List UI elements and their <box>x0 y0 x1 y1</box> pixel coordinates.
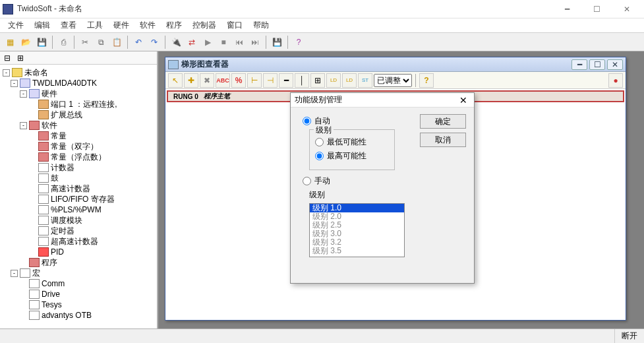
expander-icon[interactable]: - <box>20 122 27 129</box>
help-icon[interactable]: ? <box>291 35 306 49</box>
tree-bus[interactable]: 扩展总线 <box>51 109 82 121</box>
tree-device[interactable]: TWDLMDA40DTK <box>32 78 97 88</box>
tool-ld1-icon[interactable]: LD <box>326 73 341 88</box>
dialog-title: 功能级别管理 <box>295 94 457 106</box>
inner-minimize-button[interactable]: ━ <box>571 59 587 70</box>
cancel-button[interactable]: 取消 <box>420 133 466 147</box>
tree-macro-item[interactable]: Tesys <box>42 300 62 309</box>
tool-cursor-icon[interactable]: ↖ <box>168 73 183 88</box>
maximize-button[interactable]: ☐ <box>582 0 612 18</box>
tool-insert-icon[interactable]: ✚ <box>184 73 198 88</box>
save-icon[interactable]: 💾 <box>34 35 49 49</box>
hardware-icon <box>29 89 40 98</box>
tool-line-icon[interactable]: ━ <box>279 73 293 88</box>
fifo-icon <box>38 195 49 204</box>
tool-vert-icon[interactable]: │ <box>295 73 309 88</box>
undo-icon[interactable]: ↶ <box>131 35 146 49</box>
expand-all-icon[interactable]: ⊞ <box>15 53 26 63</box>
menu-program[interactable]: 程序 <box>161 18 187 32</box>
expander-icon[interactable]: - <box>11 270 18 277</box>
run-icon[interactable]: ▶ <box>200 35 215 49</box>
tree-sw-item[interactable]: 定时器 <box>51 226 74 237</box>
menu-tools[interactable]: 工具 <box>82 18 108 32</box>
print-icon[interactable]: ⎙ <box>56 35 71 49</box>
tree-sw-item[interactable]: PID <box>51 247 64 257</box>
menu-controller[interactable]: 控制器 <box>187 18 221 32</box>
radio-low[interactable]: 最低可能性 <box>315 137 389 148</box>
menu-window[interactable]: 窗口 <box>221 18 248 32</box>
tool-record-icon[interactable]: ● <box>608 73 623 88</box>
save2-icon[interactable]: 💾 <box>270 35 284 49</box>
tool-ld2-icon[interactable]: LD <box>342 73 357 88</box>
radio-low-input[interactable] <box>315 138 324 146</box>
redo-icon[interactable]: ↷ <box>147 35 161 49</box>
close-button[interactable]: ✕ <box>612 0 641 18</box>
expander-icon[interactable]: - <box>11 80 18 87</box>
tree-sw-item[interactable]: %PLS/%PWM <box>51 205 102 214</box>
tree-sw-item[interactable]: 常量（双字） <box>51 141 98 152</box>
tree-macros[interactable]: 宏 <box>32 268 40 279</box>
open-icon[interactable]: 📂 <box>18 35 33 49</box>
viewer-title: 梯形图查看器 <box>181 59 570 70</box>
menu-software[interactable]: 软件 <box>134 18 161 32</box>
menu-view[interactable]: 查看 <box>55 18 82 32</box>
tool-coil-icon[interactable]: ⊣ <box>263 73 278 88</box>
inner-close-button[interactable]: ✕ <box>607 59 623 70</box>
tree-sw-item[interactable]: 高速计数器 <box>51 183 90 195</box>
project-tree[interactable]: -未命名 -TWDLMDA40DTK -硬件 端口 1 ：远程连接, 扩展总线 … <box>0 65 157 328</box>
menu-edit[interactable]: 编辑 <box>29 18 55 32</box>
cut-icon[interactable]: ✂ <box>78 35 92 49</box>
tree-macro-item[interactable]: advantys OTB <box>42 311 92 320</box>
tool-help-icon[interactable]: ? <box>419 73 434 88</box>
paste-icon[interactable]: 📋 <box>109 35 124 49</box>
tree-program[interactable]: 程序 <box>42 257 57 268</box>
menu-file[interactable]: 文件 <box>3 18 29 32</box>
tree-software[interactable]: 软件 <box>42 120 57 131</box>
radio-high[interactable]: 最高可能性 <box>315 150 389 162</box>
menu-hardware[interactable]: 硬件 <box>108 18 134 32</box>
radio-manual-input[interactable] <box>303 177 311 185</box>
tree-port[interactable]: 端口 1 ：远程连接, <box>51 99 117 110</box>
tree-sw-item[interactable]: 常量 <box>51 131 67 142</box>
tree-sw-item[interactable]: 超高速计数器 <box>51 236 98 247</box>
tree-sw-item[interactable]: 计数器 <box>51 162 74 173</box>
rewind-icon[interactable]: ⏮ <box>232 35 247 49</box>
tree-macro-item[interactable]: Comm <box>42 279 65 288</box>
expander-icon[interactable]: - <box>20 90 27 98</box>
stop-icon[interactable]: ■ <box>216 35 231 49</box>
tool-abc-icon[interactable]: ABC <box>216 73 230 88</box>
level-option[interactable]: 级别 3.5 <box>310 247 404 255</box>
new-icon[interactable]: ▦ <box>3 35 17 49</box>
transfer-icon[interactable]: ⇄ <box>185 35 199 49</box>
menu-help[interactable]: 帮助 <box>248 18 274 32</box>
pls-icon <box>38 205 49 214</box>
tool-contact-icon[interactable]: ⊢ <box>247 73 262 88</box>
tool-delete-icon[interactable]: ✖ <box>200 73 214 88</box>
radio-manual[interactable]: 手动 <box>303 175 467 187</box>
expander-icon[interactable]: - <box>3 69 10 77</box>
rung-number: RUNG 0 <box>168 93 204 100</box>
tree-macro-item[interactable]: Drive <box>42 290 60 299</box>
tree-hardware[interactable]: 硬件 <box>42 88 57 100</box>
tree-root[interactable]: 未命名 <box>24 67 48 78</box>
tool-grid-icon[interactable]: ⊞ <box>310 73 325 88</box>
connect-icon[interactable]: 🔌 <box>169 35 183 49</box>
tool-percent-icon[interactable]: % <box>231 73 246 88</box>
dialog-close-button[interactable]: ✕ <box>457 95 470 106</box>
macro-icon <box>20 268 30 278</box>
tool-step-icon[interactable]: ST <box>358 73 372 88</box>
radio-high-input[interactable] <box>315 152 324 160</box>
level-listbox[interactable]: 级别 1.0 级别 2.0 级别 2.5 级别 3.0 级别 3.2 级别 3.… <box>309 203 405 257</box>
radio-auto-input[interactable] <box>303 117 311 125</box>
tree-sw-item[interactable]: LIFO/FIFO 寄存器 <box>51 194 115 205</box>
collapse-all-icon[interactable]: ⊟ <box>1 53 13 63</box>
ok-button[interactable]: 确定 <box>420 114 466 129</box>
inner-maximize-button[interactable]: ☐ <box>589 59 605 70</box>
tree-sw-item[interactable]: 常量（浮点数） <box>51 152 106 163</box>
view-mode-select[interactable]: 已调整 <box>374 74 412 87</box>
minimize-button[interactable]: ━ <box>552 0 582 18</box>
copy-icon[interactable]: ⧉ <box>94 35 108 49</box>
tree-sw-item[interactable]: 调度模块 <box>51 215 82 226</box>
step-icon[interactable]: ⏭ <box>248 35 262 49</box>
tree-sw-item[interactable]: 鼓 <box>51 173 59 184</box>
